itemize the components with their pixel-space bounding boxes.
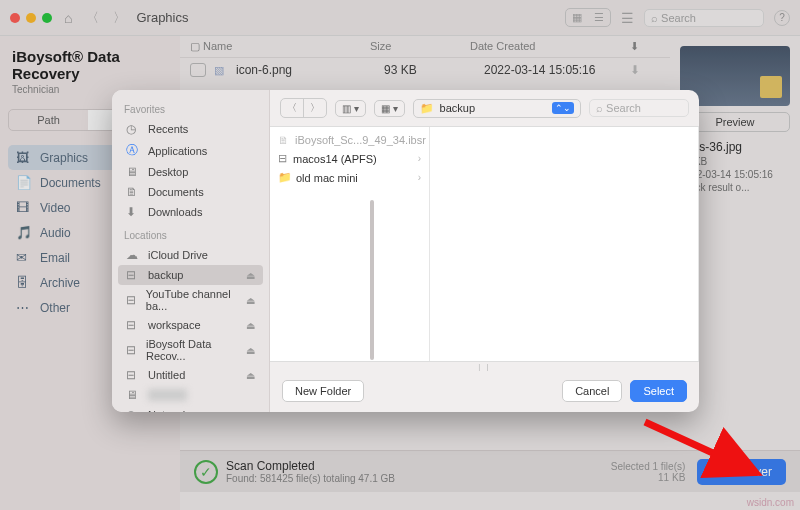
nav-back-forward[interactable]: 〈〉 bbox=[280, 98, 327, 118]
view-group[interactable]: ▦ ▾ bbox=[374, 100, 405, 117]
folder-icon: 📁 bbox=[278, 171, 290, 184]
clock-icon: ◷ bbox=[126, 122, 140, 136]
sidebar-applications[interactable]: ⒶApplications bbox=[118, 139, 263, 162]
sidebar-computer[interactable]: 🖥xxxxxxx bbox=[118, 385, 263, 405]
document-icon: 🗎 bbox=[126, 185, 140, 199]
finder-sidebar: Favorites ◷Recents ⒶApplications 🖥Deskto… bbox=[112, 90, 270, 412]
sheet-search-input[interactable]: ⌕ Search bbox=[589, 99, 689, 117]
eject-icon[interactable]: ⏏ bbox=[246, 345, 255, 356]
sidebar-icloud[interactable]: ☁iCloud Drive bbox=[118, 245, 263, 265]
desktop-icon: 🖥 bbox=[126, 165, 140, 179]
scrollbar[interactable] bbox=[370, 200, 374, 360]
cloud-icon: ☁ bbox=[126, 248, 140, 262]
sidebar-desktop[interactable]: 🖥Desktop bbox=[118, 162, 263, 182]
sidebar-section-locations: Locations bbox=[124, 230, 257, 241]
sidebar-section-favorites: Favorites bbox=[124, 104, 257, 115]
folder-dropdown[interactable]: 📁 backup ⌃⌄ bbox=[413, 99, 581, 118]
browser-item[interactable]: 🗎iBoysoft_Sc...9_49_34.ibsr bbox=[270, 131, 429, 149]
drive-icon: ⊟ bbox=[126, 368, 140, 382]
drive-icon: ⊟ bbox=[126, 268, 140, 282]
new-folder-button[interactable]: New Folder bbox=[282, 380, 364, 402]
eject-icon[interactable]: ⏏ bbox=[246, 320, 255, 331]
file-icon: 🗎 bbox=[278, 134, 289, 146]
sidebar-recents[interactable]: ◷Recents bbox=[118, 119, 263, 139]
watermark: wsidn.com bbox=[747, 497, 794, 508]
sidebar-backup[interactable]: ⊟backup⏏ bbox=[118, 265, 263, 285]
view-columns[interactable]: ▥ ▾ bbox=[335, 100, 366, 117]
browser-item[interactable]: ⊟macos14 (APFS)› bbox=[270, 149, 429, 168]
chevron-right-icon: › bbox=[418, 172, 421, 183]
sidebar-iboysoft[interactable]: ⊟iBoysoft Data Recov...⏏ bbox=[118, 335, 263, 365]
folder-icon: 📁 bbox=[420, 102, 434, 115]
save-panel: Favorites ◷Recents ⒶApplications 🖥Deskto… bbox=[112, 90, 699, 412]
eject-icon[interactable]: ⏏ bbox=[246, 295, 255, 306]
drive-icon: ⊟ bbox=[126, 293, 138, 307]
drive-icon: ⊟ bbox=[126, 343, 138, 357]
select-button[interactable]: Select bbox=[630, 380, 687, 402]
chevron-right-icon: › bbox=[418, 153, 421, 164]
sidebar-downloads[interactable]: ⬇Downloads bbox=[118, 202, 263, 222]
network-icon: ⊕ bbox=[126, 408, 140, 412]
sidebar-youtube[interactable]: ⊟YouTube channel ba...⏏ bbox=[118, 285, 263, 315]
eject-icon[interactable]: ⏏ bbox=[246, 370, 255, 381]
sidebar-network[interactable]: ⊕Network bbox=[118, 405, 263, 412]
download-icon: ⬇ bbox=[126, 205, 140, 219]
sidebar-workspace[interactable]: ⊟workspace⏏ bbox=[118, 315, 263, 335]
chevron-updown-icon: ⌃⌄ bbox=[552, 102, 574, 114]
browser-item[interactable]: 📁old mac mini› bbox=[270, 168, 429, 187]
sidebar-untitled[interactable]: ⊟Untitled⏏ bbox=[118, 365, 263, 385]
column-browser: 🗎iBoysoft_Sc...9_49_34.ibsr ⊟macos14 (AP… bbox=[270, 127, 699, 362]
harddrive-icon: ⊟ bbox=[278, 152, 287, 165]
cancel-button[interactable]: Cancel bbox=[562, 380, 622, 402]
resize-handle[interactable]: | | bbox=[270, 362, 699, 370]
drive-icon: ⊟ bbox=[126, 318, 140, 332]
eject-icon[interactable]: ⏏ bbox=[246, 270, 255, 281]
computer-icon: 🖥 bbox=[126, 388, 140, 402]
apps-icon: Ⓐ bbox=[126, 142, 140, 159]
sidebar-documents[interactable]: 🗎Documents bbox=[118, 182, 263, 202]
